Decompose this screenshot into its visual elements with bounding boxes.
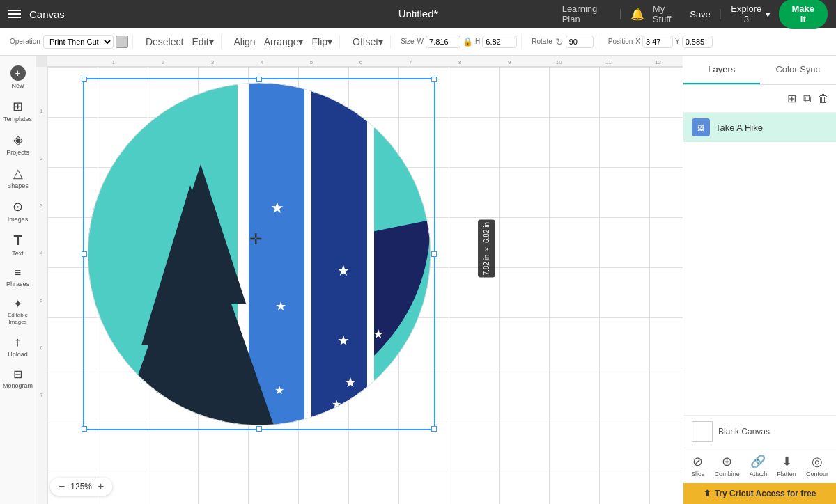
slice-button[interactable]: ⊘ Slice bbox=[691, 454, 705, 478]
position-label: Position bbox=[608, 38, 633, 45]
canvas-content[interactable]: 7.82 in × 6.82 in ✛ bbox=[47, 67, 683, 504]
blank-canvas-thumb bbox=[692, 421, 713, 442]
main-layout: + New ⊞ Templates ◈ Projects △ Shapes ⊙ … bbox=[0, 56, 836, 504]
svg-rect-4 bbox=[304, 81, 311, 427]
nav-center: Untitled* bbox=[285, 8, 550, 20]
size-label: Size bbox=[401, 38, 414, 45]
text-icon: T bbox=[13, 233, 22, 249]
delete-action-button[interactable]: 🗑 bbox=[816, 90, 830, 107]
templates-icon: ⊞ bbox=[13, 99, 23, 114]
sidebar-item-editable-images[interactable]: ✦ Editable Images bbox=[1, 293, 35, 329]
panel-actions: ⊞ ⧉ 🗑 bbox=[683, 85, 836, 113]
group-action-button[interactable]: ⊞ bbox=[786, 90, 798, 107]
operation-group: Operation Print Then Cut bbox=[6, 35, 133, 49]
ruler-top: 1 2 3 4 5 6 7 8 9 10 11 12 bbox=[47, 56, 683, 67]
my-stuff-link[interactable]: My Stuff bbox=[653, 3, 681, 24]
svg-text:★: ★ bbox=[270, 199, 284, 216]
sidebar-templates-label: Templates bbox=[3, 116, 32, 123]
rotate-label: Rotate bbox=[532, 38, 552, 45]
cricut-access-banner[interactable]: ⬆ Try Cricut Access for free bbox=[683, 483, 836, 504]
sidebar-item-images[interactable]: ⊙ Images bbox=[1, 195, 35, 227]
attach-button[interactable]: 🔗 Attach bbox=[750, 454, 768, 478]
sidebar-text-label: Text bbox=[12, 250, 24, 257]
toolbar: Operation Print Then Cut Deselect Edit ▾… bbox=[0, 28, 836, 56]
top-navigation: Canvas Untitled* Learning Plan | 🔔 My St… bbox=[0, 0, 836, 28]
editable-images-icon: ✦ bbox=[13, 297, 22, 310]
attach-icon: 🔗 bbox=[750, 454, 766, 469]
hamburger-menu[interactable] bbox=[8, 10, 21, 18]
sidebar-shapes-label: Shapes bbox=[7, 182, 29, 189]
sidebar-item-templates[interactable]: ⊞ Templates bbox=[1, 95, 35, 127]
sidebar-item-shapes[interactable]: △ Shapes bbox=[1, 162, 35, 194]
sidebar-item-new[interactable]: + New bbox=[1, 61, 35, 93]
layer-item-take-a-hike[interactable]: 🖼 Take A Hike bbox=[683, 113, 836, 142]
svg-text:★: ★ bbox=[275, 299, 286, 313]
sidebar-editable-images-label: Editable Images bbox=[4, 312, 32, 325]
deselect-button[interactable]: Deselect bbox=[143, 35, 186, 49]
position-group: Position X Y bbox=[604, 36, 717, 48]
svg-rect-6 bbox=[367, 81, 374, 427]
sidebar-phrases-label: Phrases bbox=[6, 281, 29, 288]
nav-right: Learning Plan | 🔔 My Stuff Save | Explor… bbox=[562, 0, 828, 29]
contour-icon: ◎ bbox=[812, 454, 823, 469]
projects-icon: ◈ bbox=[13, 132, 23, 148]
operation-label: Operation bbox=[10, 38, 40, 45]
operation-select[interactable]: Print Then Cut bbox=[43, 35, 114, 49]
document-title: Untitled* bbox=[398, 8, 438, 19]
flip-button[interactable]: Flip ▾ bbox=[309, 35, 335, 49]
align-group: Align Arrange ▾ Flip ▾ bbox=[227, 35, 341, 49]
align-button[interactable]: Align bbox=[231, 35, 258, 49]
height-input[interactable] bbox=[482, 36, 517, 48]
pos-x-input[interactable] bbox=[642, 36, 673, 48]
explore-button[interactable]: Explore 3 ▾ bbox=[730, 3, 771, 24]
zoom-controls: − 125% + bbox=[50, 478, 112, 496]
flatten-button[interactable]: ⬇ Flatten bbox=[777, 454, 796, 478]
svg-rect-3 bbox=[249, 81, 304, 427]
size-group: Size W 🔒 H bbox=[396, 36, 522, 48]
pos-y-input[interactable] bbox=[682, 36, 713, 48]
design-container[interactable]: 7.82 in × 6.82 in ✛ bbox=[86, 81, 433, 427]
width-input[interactable] bbox=[426, 36, 460, 48]
make-it-button[interactable]: Make It bbox=[779, 0, 828, 29]
learning-plan-link[interactable]: Learning Plan bbox=[562, 3, 611, 24]
ruler-left: 1 2 3 4 5 6 7 bbox=[36, 67, 47, 504]
zoom-in-button[interactable]: + bbox=[96, 480, 105, 493]
panel-spacer bbox=[683, 142, 836, 415]
zoom-out-button[interactable]: − bbox=[57, 480, 66, 493]
sidebar-item-upload[interactable]: ↑ Upload bbox=[1, 331, 35, 362]
layer-icon: 🖼 bbox=[692, 118, 710, 136]
badge-design: ★ ★ ★ ★ ★ ★ ★ ★ ★ take a hike take a hik… bbox=[86, 81, 433, 427]
svg-text:★: ★ bbox=[373, 327, 384, 341]
sidebar-projects-label: Projects bbox=[6, 149, 29, 156]
sidebar-item-projects[interactable]: ◈ Projects bbox=[1, 128, 35, 160]
lock-icon: 🔒 bbox=[463, 37, 473, 47]
sidebar-item-text[interactable]: T Text bbox=[1, 228, 35, 261]
contour-button[interactable]: ◎ Contour bbox=[806, 454, 828, 478]
save-button[interactable]: Save bbox=[690, 9, 711, 19]
upload-icon: ↑ bbox=[15, 335, 21, 349]
combine-button[interactable]: ⊕ Combine bbox=[715, 454, 740, 478]
arrange-button[interactable]: Arrange ▾ bbox=[261, 35, 307, 49]
tab-color-sync[interactable]: Color Sync bbox=[760, 56, 837, 84]
canvas-area[interactable]: 1 2 3 4 5 6 7 8 9 10 11 12 1 2 3 4 5 6 7 bbox=[36, 56, 683, 504]
layer-name: Take A Hike bbox=[715, 123, 763, 133]
combine-icon: ⊕ bbox=[722, 454, 732, 469]
panel-bottom: Blank Canvas ⊘ Slice ⊕ Combine 🔗 Attach … bbox=[683, 415, 836, 504]
new-icon: + bbox=[10, 65, 26, 81]
svg-text:★: ★ bbox=[344, 375, 357, 390]
chevron-down-icon: ▾ bbox=[766, 9, 771, 19]
rotate-input[interactable] bbox=[566, 36, 594, 48]
bell-icon[interactable]: 🔔 bbox=[630, 8, 644, 21]
color-swatch[interactable] bbox=[116, 36, 128, 48]
slice-icon: ⊘ bbox=[692, 454, 703, 469]
sidebar-item-monogram[interactable]: ⊟ Monogram bbox=[1, 363, 35, 393]
offset-button[interactable]: Offset ▾ bbox=[350, 35, 386, 49]
blank-canvas-label: Blank Canvas bbox=[718, 427, 770, 436]
sidebar-monogram-label: Monogram bbox=[3, 382, 33, 389]
deselect-group: Deselect Edit ▾ bbox=[139, 35, 222, 49]
duplicate-action-button[interactable]: ⧉ bbox=[802, 90, 812, 107]
images-icon: ⊙ bbox=[13, 199, 23, 214]
sidebar-item-phrases[interactable]: ≡ Phrases bbox=[1, 262, 35, 292]
tab-layers[interactable]: Layers bbox=[683, 56, 760, 84]
edit-button[interactable]: Edit ▾ bbox=[189, 35, 216, 49]
